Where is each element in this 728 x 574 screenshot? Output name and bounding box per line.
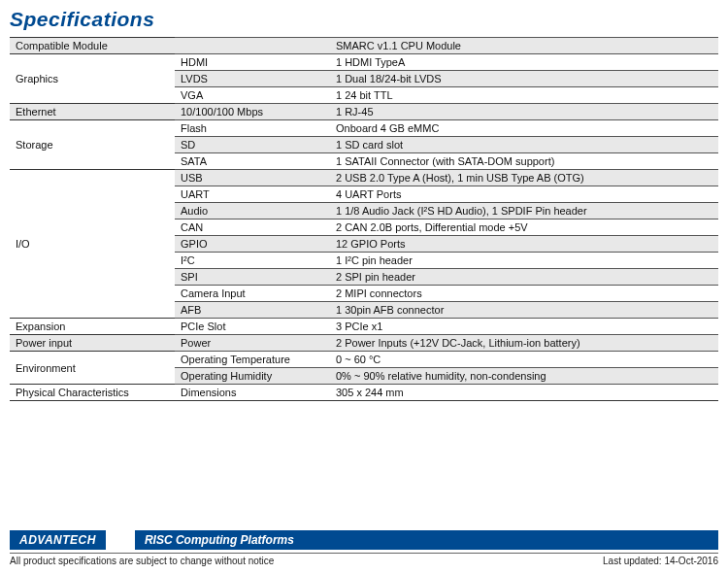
- spec-subcategory: PCIe Slot: [175, 319, 330, 335]
- spec-subcategory: LVDS: [175, 71, 330, 87]
- spec-category: Expansion: [10, 319, 175, 335]
- spec-value: 2 MIPI connectors: [330, 286, 718, 302]
- spec-subcategory: USB: [175, 170, 330, 186]
- table-row: Compatible ModuleSMARC v1.1 CPU Module: [10, 38, 718, 54]
- spec-category: Storage: [10, 120, 175, 170]
- page-title: Specifications: [10, 8, 718, 31]
- spec-subcategory: Power: [175, 335, 330, 352]
- table-row: GraphicsHDMI1 HDMI TypeA: [10, 54, 718, 71]
- table-row: ExpansionPCIe Slot3 PCIe x1: [10, 319, 718, 335]
- spec-value: 0 ~ 60 °C: [330, 352, 718, 368]
- footer-bar: ADVANTECH RISC Computing Platforms: [10, 530, 718, 550]
- spec-subcategory: [175, 38, 330, 54]
- spec-value: 1 RJ-45: [330, 104, 718, 120]
- spec-value: 2 CAN 2.0B ports, Differential mode +5V: [330, 219, 718, 236]
- spec-value: 1 1/8 Audio Jack (I²S HD Audio), 1 SPDIF…: [330, 203, 718, 219]
- spec-subcategory: Operating Temperature: [175, 352, 330, 368]
- spec-value: 0% ~ 90% relative humidity, non-condensi…: [330, 368, 718, 385]
- spec-subcategory: HDMI: [175, 54, 330, 71]
- spec-value: 2 USB 2.0 Type A (Host), 1 min USB Type …: [330, 170, 718, 186]
- spec-subcategory: AFB: [175, 302, 330, 319]
- spec-category: Ethernet: [10, 104, 175, 120]
- spec-subcategory: Audio: [175, 203, 330, 219]
- spec-value: 12 GPIO Ports: [330, 236, 718, 253]
- spec-subcategory: UART: [175, 186, 330, 203]
- spec-value: 1 SD card slot: [330, 137, 718, 153]
- spec-value: 1 HDMI TypeA: [330, 54, 718, 71]
- spec-subcategory: Operating Humidity: [175, 368, 330, 385]
- footer-gap: [106, 530, 135, 550]
- spec-value: 2 SPI pin header: [330, 269, 718, 286]
- spec-subcategory: SATA: [175, 153, 330, 170]
- footer-notice: All product specifications are subject t…: [10, 556, 274, 566]
- spec-value: 1 Dual 18/24-bit LVDS: [330, 71, 718, 87]
- table-row: I/OUSB2 USB 2.0 Type A (Host), 1 min USB…: [10, 170, 718, 186]
- table-row: Physical CharacteristicsDimensions305 x …: [10, 385, 718, 401]
- table-row: EnvironmentOperating Temperature0 ~ 60 °…: [10, 352, 718, 368]
- spec-value: 3 PCIe x1: [330, 319, 718, 335]
- spec-value: 1 24 bit TTL: [330, 87, 718, 104]
- spec-value: Onboard 4 GB eMMC: [330, 120, 718, 137]
- spec-subcategory: SD: [175, 137, 330, 153]
- spec-subcategory: Dimensions: [175, 385, 330, 401]
- spec-category: Power input: [10, 335, 175, 352]
- spec-value: 1 30pin AFB connector: [330, 302, 718, 319]
- spec-subcategory: CAN: [175, 219, 330, 236]
- spec-value: 305 x 244 mm: [330, 385, 718, 401]
- footer: ADVANTECH RISC Computing Platforms All p…: [0, 530, 728, 574]
- specifications-table: Compatible ModuleSMARC v1.1 CPU ModuleGr…: [10, 37, 718, 418]
- spec-value: 2 Power Inputs (+12V DC-Jack, Lithium-io…: [330, 335, 718, 352]
- spec-subcategory: VGA: [175, 87, 330, 104]
- footer-updated: Last updated: 14-Oct-2016: [603, 556, 718, 566]
- spec-subcategory: Flash: [175, 120, 330, 137]
- table-row: Power inputPower2 Power Inputs (+12V DC-…: [10, 335, 718, 352]
- spec-value: 4 UART Ports: [330, 186, 718, 203]
- spec-category: Physical Characteristics: [10, 385, 175, 401]
- spec-value: 1 SATAII Connector (with SATA-DOM suppor…: [330, 153, 718, 170]
- spec-category: Environment: [10, 352, 175, 385]
- spec-category: Compatible Module: [10, 38, 175, 54]
- spec-subcategory: SPI: [175, 269, 330, 286]
- table-row: StorageFlashOnboard 4 GB eMMC: [10, 120, 718, 137]
- spec-subcategory: I²C: [175, 253, 330, 269]
- footer-line: All product specifications are subject t…: [10, 553, 718, 566]
- table-row: Ethernet10/100/100 Mbps1 RJ-45: [10, 104, 718, 120]
- spec-category: Graphics: [10, 54, 175, 104]
- spec-subcategory: Camera Input: [175, 286, 330, 302]
- spec-subcategory: GPIO: [175, 236, 330, 253]
- footer-category: RISC Computing Platforms: [135, 530, 718, 550]
- spec-value: SMARC v1.1 CPU Module: [330, 38, 718, 54]
- spec-category: I/O: [10, 170, 175, 319]
- brand-logo: ADVANTECH: [10, 530, 106, 550]
- spec-value: 1 I²C pin header: [330, 253, 718, 269]
- spec-subcategory: 10/100/100 Mbps: [175, 104, 330, 120]
